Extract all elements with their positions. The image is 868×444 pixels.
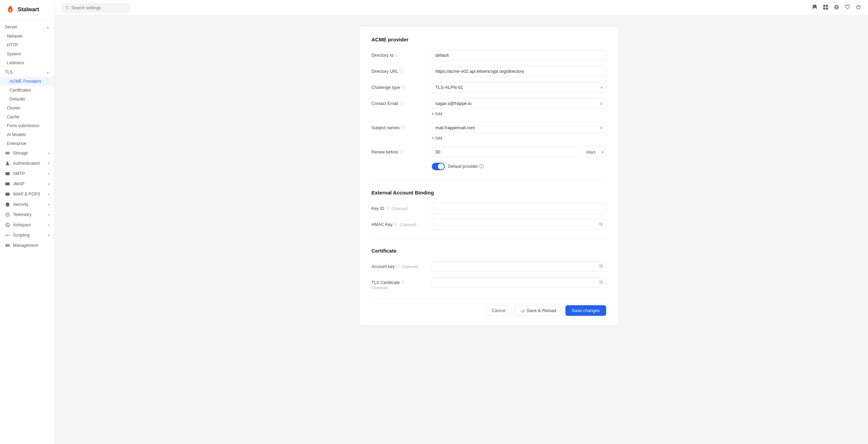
- sidebar-group-authentication[interactable]: Authentication ▾: [0, 158, 54, 169]
- flame-icon: [5, 5, 15, 14]
- info-icon-subject-names: ⓘ: [401, 125, 405, 130]
- topbar: [55, 0, 868, 16]
- sidebar-item-listeners[interactable]: Listeners: [0, 58, 54, 67]
- chevron-down-smtp: ▾: [48, 172, 50, 176]
- section-title-acme: ACME provider: [372, 37, 606, 42]
- sidebar-item-enterprise[interactable]: Enterprise: [0, 139, 54, 148]
- svg-rect-18: [823, 5, 825, 7]
- sidebar-group-scripting[interactable]: Scripting ▾: [0, 230, 54, 240]
- sidebar-group-smtp[interactable]: SMTP ▾: [0, 169, 54, 179]
- sidebar-item-cache[interactable]: Cache: [0, 112, 54, 121]
- account-key-input[interactable]: [432, 261, 606, 272]
- grid-icon[interactable]: [823, 4, 828, 11]
- sidebar-item-cluster[interactable]: Cluster: [0, 104, 54, 112]
- sidebar-item-ai-models[interactable]: AI Models: [0, 130, 54, 139]
- subject-names-wrapper: ✕: [432, 122, 606, 133]
- main-content: ACME provider Directory Id ⓘ Directory U…: [109, 16, 868, 444]
- sidebar-group-management[interactable]: Management: [0, 240, 54, 251]
- search-input[interactable]: [71, 5, 126, 10]
- imap-icon: [5, 191, 10, 197]
- topbar-actions: [812, 4, 861, 11]
- divider-external-account: [372, 180, 606, 181]
- control-default-provider: Default provider ⓘ: [432, 163, 606, 172]
- info-icon-renew-before: ⓘ: [399, 149, 403, 154]
- sidebar-group-tls[interactable]: TLS ▲: [0, 67, 54, 77]
- label-account-key: Account key ⓘ (Optional): [372, 261, 426, 269]
- challenge-type-select-wrapper: TLS-ALPN-01 HTTP-01 DNS-01 ▾: [432, 82, 606, 93]
- field-row-account-key: Account key ⓘ (Optional): [372, 261, 606, 272]
- field-row-challenge-type: Challenge type ⓘ TLS-ALPN-01 HTTP-01 DNS…: [372, 82, 606, 93]
- auth-icon: [5, 161, 10, 166]
- sidebar-item-defaults[interactable]: Defaults: [0, 95, 54, 104]
- sidebar: Stalwart Server ▲ Network HTTP System Li…: [0, 0, 55, 444]
- default-provider-toggle-row: Default provider ⓘ: [432, 163, 606, 170]
- section-title-certificate: Certificate: [372, 248, 606, 254]
- svg-point-2: [6, 162, 8, 163]
- eye-icon-tls-certificate[interactable]: [599, 280, 603, 285]
- chevron-up-icon: ▲: [46, 25, 50, 29]
- sidebar-group-jmap[interactable]: JMAP ▾: [0, 179, 54, 189]
- power-icon[interactable]: [856, 4, 861, 11]
- cancel-button[interactable]: Cancel: [486, 305, 511, 316]
- search-icon: [65, 5, 69, 10]
- directory-id-input[interactable]: [432, 50, 606, 60]
- svg-rect-3: [5, 172, 10, 175]
- chevron-down-imap: ▾: [48, 192, 50, 196]
- add-subject-names-button[interactable]: + Add: [432, 135, 606, 141]
- label-hmac-key: HMAC Key ⓘ (Optional): [372, 219, 426, 227]
- svg-rect-10: [5, 244, 10, 245]
- contact-email-input[interactable]: [432, 98, 606, 109]
- hmac-key-input[interactable]: [432, 219, 606, 230]
- search-box[interactable]: [62, 3, 130, 12]
- control-challenge-type: TLS-ALPN-01 HTTP-01 DNS-01 ▾: [432, 82, 606, 93]
- sidebar-group-security[interactable]: Security ▾: [0, 199, 54, 210]
- field-row-renew-before: Renew before ⓘ days hours: [372, 147, 606, 157]
- field-row-hmac-key: HMAC Key ⓘ (Optional): [372, 219, 606, 230]
- control-subject-names: ✕ + Add: [432, 122, 606, 141]
- challenge-type-select[interactable]: TLS-ALPN-01 HTTP-01 DNS-01: [432, 82, 606, 93]
- sidebar-item-system[interactable]: System: [0, 50, 54, 58]
- save-button[interactable]: Save changes: [565, 305, 606, 316]
- field-row-tls-certificate: TLS Certificate ⓘ (Optional): [372, 277, 606, 290]
- label-tls-certificate: TLS Certificate ⓘ (Optional): [372, 277, 426, 290]
- tls-certificate-input[interactable]: [432, 277, 606, 288]
- contact-email-wrapper: ✕: [432, 98, 606, 109]
- key-id-input[interactable]: [432, 203, 606, 214]
- sidebar-group-imap[interactable]: IMAP & POP3 ▾: [0, 189, 54, 199]
- days-select[interactable]: days hours: [583, 147, 606, 157]
- form-card: ACME provider Directory Id ⓘ Directory U…: [359, 26, 619, 326]
- sidebar-item-network[interactable]: Network: [0, 32, 54, 41]
- directory-url-input[interactable]: [432, 66, 606, 77]
- svg-point-13: [66, 6, 68, 9]
- sidebar-item-certificates[interactable]: Certificates: [0, 86, 54, 95]
- printer-icon[interactable]: [812, 4, 817, 11]
- renew-before-input[interactable]: [432, 147, 580, 157]
- svg-rect-17: [814, 8, 816, 9]
- field-row-key-id: Key ID ⓘ (Optional): [372, 203, 606, 214]
- eye-icon-hmac[interactable]: [599, 221, 603, 227]
- globe-icon[interactable]: [834, 4, 839, 11]
- sidebar-item-acme-providers[interactable]: ACME Providers: [0, 77, 54, 86]
- sidebar-item-http[interactable]: HTTP: [0, 41, 54, 50]
- sidebar-group-antispam[interactable]: Antispam ▾: [0, 220, 54, 230]
- default-provider-toggle[interactable]: [432, 163, 445, 170]
- sidebar-item-form-submission[interactable]: Form submission: [0, 121, 54, 130]
- svg-rect-12: [5, 246, 10, 247]
- control-renew-before: days hours: [432, 147, 606, 157]
- sidebar-group-storage[interactable]: Storage ▾: [0, 148, 54, 158]
- renew-wrapper: days hours: [432, 147, 606, 157]
- subject-names-input[interactable]: [432, 122, 606, 133]
- heart-icon[interactable]: [845, 4, 850, 11]
- info-icon-account-key: ⓘ: [396, 264, 400, 269]
- field-row-default-provider: Default provider ⓘ: [372, 163, 606, 172]
- sidebar-group-server[interactable]: Server ▲: [0, 22, 54, 32]
- clear-subject-names-button[interactable]: ✕: [599, 125, 603, 131]
- save-reload-button[interactable]: Save & Reload: [515, 305, 562, 316]
- svg-line-14: [68, 8, 69, 9]
- svg-rect-11: [5, 245, 10, 246]
- sidebar-group-telemetry[interactable]: Telemetry ▾: [0, 210, 54, 220]
- add-contact-email-button[interactable]: + Add: [432, 111, 606, 117]
- clear-contact-email-button[interactable]: ✕: [599, 101, 603, 106]
- eye-icon-account-key[interactable]: [599, 264, 603, 269]
- control-tls-certificate: [432, 277, 606, 288]
